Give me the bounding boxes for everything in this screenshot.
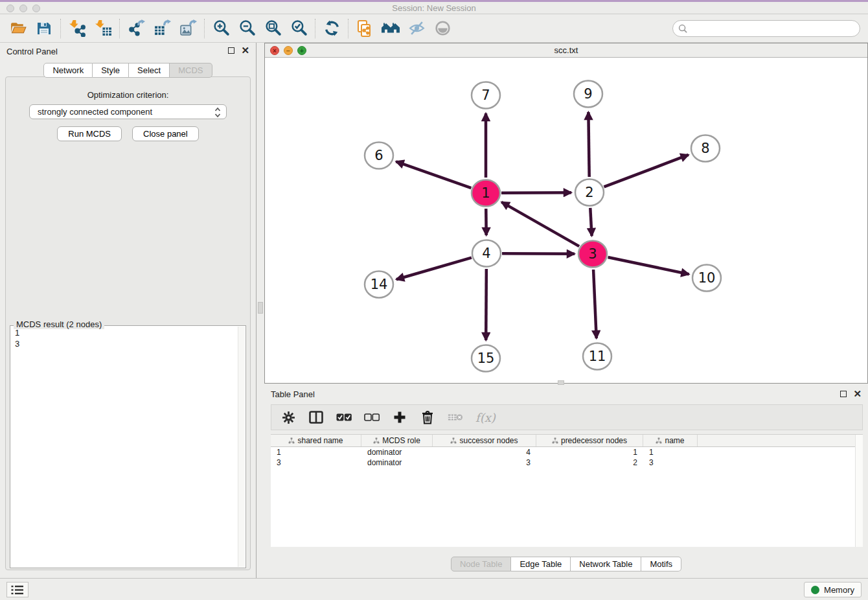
edge-2-9[interactable] [588,112,589,177]
graph-node-9[interactable]: 9 [574,81,602,108]
column-header-successor-nodes[interactable]: successor nodes [433,435,536,446]
table-cell[interactable]: dominator [361,457,433,468]
search-input[interactable] [692,24,854,34]
frame-minimize-button[interactable]: − [284,46,293,55]
edge-3-1[interactable] [501,202,579,246]
float-panel-icon[interactable] [840,391,847,397]
edge-4-14[interactable] [396,258,472,280]
graph-node-8[interactable]: 8 [691,135,720,162]
table-row[interactable]: 1dominator411 [271,447,863,457]
edge-3-10[interactable] [608,257,689,274]
zoom-in-button[interactable] [208,17,234,40]
task-history-button[interactable] [6,582,29,597]
graph-node-15[interactable]: 15 [472,345,500,372]
apply-layout-button[interactable] [319,17,345,40]
save-session-button[interactable] [31,17,57,40]
toolbar-separator [348,19,348,38]
delete-column-button[interactable] [420,410,435,425]
column-header-name[interactable]: name [643,435,698,446]
graph-node-3[interactable]: 3 [578,241,607,268]
frame-close-button[interactable]: × [270,46,279,55]
column-label: name [665,436,684,445]
network-frame-titlebar[interactable]: × − + scc.txt [265,43,867,58]
graph-node-7[interactable]: 7 [472,82,500,109]
show-columns-button[interactable] [308,410,324,425]
eye-disabled-icon [434,19,451,37]
mcds-result-scrollbar[interactable] [238,327,245,567]
show-all-button[interactable] [429,17,455,40]
network-canvas[interactable]: 7968124314101511 [265,58,867,383]
close-panel-button[interactable]: Close panel [132,126,199,141]
criterion-select[interactable]: strongly connected component [29,104,227,119]
tab-node-table[interactable]: Node Table [451,557,512,571]
clone-network-button[interactable] [352,17,378,40]
window-accent-strip [0,0,868,2]
splitter-grip[interactable] [258,302,263,314]
graph-node-11[interactable]: 11 [583,343,611,370]
column-header-predecessor-nodes[interactable]: predecessor nodes [536,435,643,446]
edge-3-11[interactable] [593,270,597,338]
edge-2-3[interactable] [590,208,591,236]
table-cell[interactable]: 1 [643,447,698,457]
column-header-shared-name[interactable]: shared name [271,435,361,446]
import-table-button[interactable] [90,17,116,40]
table-cell[interactable]: 3 [643,457,698,468]
table-cell[interactable]: dominator [361,447,433,457]
close-panel-icon[interactable]: ✕ [241,47,249,54]
table-scrollbar[interactable] [855,435,863,547]
export-table-button[interactable] [149,17,175,40]
zoom-fit-button[interactable] [260,17,286,40]
window-title: Session: New Session [0,3,868,13]
graph-node-1[interactable]: 1 [472,180,500,207]
table-row[interactable]: 3dominator323 [271,457,863,468]
graph-node-4[interactable]: 4 [472,240,501,267]
add-column-button[interactable] [392,410,407,425]
import-network-button[interactable] [64,17,90,40]
select-all-checks-button[interactable] [336,410,352,425]
delete-table-button[interactable] [448,410,463,425]
tab-select[interactable]: Select [129,63,170,78]
tab-network[interactable]: Network [43,63,93,78]
zoom-fit-icon [264,19,282,37]
table-cell[interactable]: 1 [536,447,643,457]
apply-function-button[interactable]: f(x) [475,411,496,424]
table-cell[interactable]: 3 [433,457,536,468]
panel-splitter[interactable] [257,43,264,578]
horizontal-splitter-grip[interactable] [558,380,564,385]
edge-1-2[interactable] [501,192,571,193]
export-image-button[interactable] [175,17,201,40]
tab-network-table[interactable]: Network Table [571,557,641,571]
edge-2-8[interactable] [604,155,688,187]
tab-style[interactable]: Style [93,63,129,78]
tab-motifs[interactable]: Motifs [641,557,681,571]
table-cell[interactable]: 2 [536,457,643,468]
first-neighbors-button[interactable] [378,17,404,40]
frame-zoom-button[interactable]: + [297,46,306,55]
zoom-selected-button[interactable] [286,17,312,40]
open-session-button[interactable] [5,17,31,40]
memory-button[interactable]: Memory [804,582,862,597]
graph-node-6[interactable]: 6 [365,143,393,169]
table-cell[interactable]: 3 [271,457,361,468]
tab-mcds[interactable]: MCDS [170,63,212,78]
table-cell[interactable]: 1 [271,447,361,457]
export-network-button[interactable] [123,17,149,40]
zoom-out-button[interactable] [234,17,260,40]
graph-node-2[interactable]: 2 [575,179,604,206]
tab-edge-table[interactable]: Edge Table [511,557,571,571]
deselect-all-checks-button[interactable] [364,410,380,425]
edge-4-15[interactable] [486,269,486,340]
graph-node-10[interactable]: 10 [692,265,721,292]
close-panel-icon[interactable]: ✕ [853,391,862,397]
run-mcds-button[interactable]: Run MCDS [57,126,122,141]
table-cell[interactable]: 4 [433,447,536,457]
search-box[interactable] [672,20,860,37]
edge-1-6[interactable] [396,161,471,188]
table-options-button[interactable] [280,410,296,425]
graph-node-14[interactable]: 14 [365,271,393,298]
node-label: 10 [698,270,716,286]
hide-selected-button[interactable] [404,17,429,40]
edge-4-3[interactable] [502,253,575,254]
float-panel-icon[interactable] [228,47,234,54]
column-header-mcds-role[interactable]: MCDS role [361,435,433,446]
